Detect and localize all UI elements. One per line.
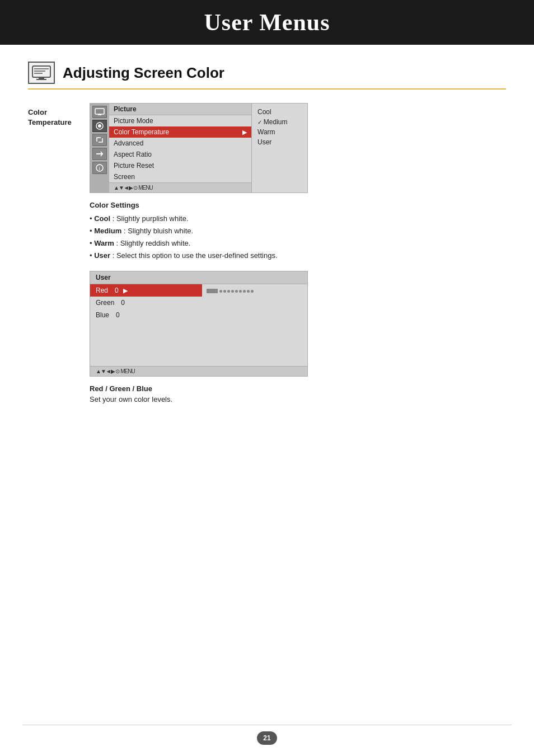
slider-dot-8: [247, 290, 250, 293]
section-icon: [28, 62, 55, 84]
user-label: User: [94, 251, 110, 260]
osd-icon-color: [92, 120, 107, 132]
section-heading: Adjusting Screen Color: [28, 62, 506, 84]
user-menu: User Red 0 ▶ Green 0: [90, 271, 308, 377]
svg-rect-0: [32, 66, 50, 77]
rgb-title: Red / Green / Blue: [90, 384, 506, 393]
page-number: 21: [257, 731, 277, 745]
user-green-value: 0: [121, 299, 125, 307]
section-title: Adjusting Screen Color: [63, 64, 224, 82]
user-menu-footer: ▲▼◄▶ ⊙ MENU: [90, 366, 307, 376]
osd-item-picture-reset: Picture Reset: [109, 160, 251, 171]
osd-header: Picture: [109, 104, 251, 115]
slider-filled: [207, 289, 218, 293]
slider-dot-5: [235, 290, 238, 293]
user-item-blue[interactable]: Blue 0: [90, 309, 202, 321]
svg-rect-2: [36, 79, 46, 80]
osd-submenu: Cool Medium Warm User: [251, 104, 307, 192]
submenu-user: User: [257, 137, 302, 147]
bottom-rule: [22, 725, 512, 725]
osd-icon-picture: [92, 106, 107, 118]
color-settings-description: Color Settings Cool : Slightly purplish …: [90, 201, 506, 262]
svg-text:i: i: [99, 166, 100, 171]
rgb-desc: Set your own color levels.: [90, 395, 506, 403]
user-menu-inner: Red 0 ▶ Green 0 Blue 0: [90, 284, 307, 366]
user-blue-value: 0: [116, 311, 120, 319]
osd-menu-inner: i Picture Picture Mode Color Temperature…: [90, 104, 307, 192]
user-item-green[interactable]: Green 0: [90, 297, 202, 309]
menu-col: i Picture Picture Mode Color Temperature…: [90, 103, 506, 403]
user-item-red[interactable]: Red 0 ▶: [90, 284, 202, 297]
monitor-icon: [31, 65, 51, 81]
osd-left-icons: i: [90, 104, 109, 192]
list-item-cool: Cool : Slightly purplish white.: [90, 213, 506, 225]
osd-icon-reset: [92, 148, 107, 160]
list-item-warm: Warm : Slightly reddish white.: [90, 237, 506, 250]
slider-visual: [207, 289, 254, 293]
slider-dot-4: [231, 290, 234, 293]
submenu-cool: Cool: [257, 107, 302, 117]
osd-arrow-color-temp: ▶: [242, 129, 247, 136]
list-item-user: User : Select this option to use the use…: [90, 250, 506, 262]
color-settings-title: Color Settings: [90, 201, 506, 209]
medium-label: Medium: [94, 227, 121, 235]
svg-point-9: [98, 124, 101, 128]
user-red-arrow: ▶: [123, 287, 128, 294]
user-desc: : Select this option to use the user-def…: [110, 251, 277, 260]
medium-desc: : Slightly bluish white.: [121, 227, 193, 235]
user-green-label: Green: [96, 299, 114, 307]
user-menu-items: Red 0 ▶ Green 0 Blue 0: [90, 284, 202, 366]
user-menu-spacer: [90, 321, 202, 366]
color-temperature-row: ColorTemperature: [28, 103, 506, 403]
user-blue-label: Blue: [96, 311, 109, 319]
svg-rect-7: [98, 114, 101, 115]
cool-desc: : Slightly purplish white.: [110, 214, 188, 223]
slider-dot-2: [223, 290, 226, 293]
osd-icon-info: i: [92, 162, 107, 174]
color-settings-list: Cool : Slightly purplish white. Medium :…: [90, 213, 506, 262]
slider-dots: [219, 290, 254, 293]
osd-icon-aspect: [92, 134, 107, 146]
user-red-value: 0: [115, 287, 119, 294]
osd-item-screen: Screen: [109, 171, 251, 182]
osd-menu: i Picture Picture Mode Color Temperature…: [90, 103, 308, 193]
list-item-medium: Medium : Slightly bluish white.: [90, 225, 506, 237]
rgb-section: Red / Green / Blue Set your own color le…: [90, 384, 506, 403]
slider-dot-7: [243, 290, 246, 293]
submenu-medium: Medium: [257, 117, 302, 127]
osd-item-advanced: Advanced: [109, 138, 251, 149]
page-title: User Menus: [204, 9, 330, 36]
slider-dot-1: [219, 290, 222, 293]
slider-dot-3: [227, 290, 230, 293]
osd-item-aspect-ratio: Aspect Ratio: [109, 149, 251, 160]
slider-dot-9: [251, 290, 254, 293]
user-menu-header: User: [90, 271, 307, 284]
svg-rect-1: [39, 77, 44, 79]
osd-menu-items: Picture Picture Mode Color Temperature ▶…: [109, 104, 251, 192]
section-divider: [28, 88, 506, 90]
warm-desc: : Slightly reddish white.: [114, 239, 191, 247]
user-red-label: Red: [96, 287, 108, 294]
osd-item-picture-mode: Picture Mode: [109, 115, 251, 126]
osd-footer: ▲▼◄▶ ⊙ MENU: [109, 182, 251, 192]
header-bar: User Menus: [0, 0, 534, 45]
color-temperature-label: ColorTemperature: [28, 103, 90, 403]
user-slider-area: [202, 284, 307, 366]
slider-dot-6: [239, 290, 242, 293]
cool-label: Cool: [94, 214, 110, 223]
nav-arrows: ▲▼◄▶ ⊙ MENU: [114, 185, 153, 191]
warm-label: Warm: [94, 239, 114, 247]
svg-rect-6: [95, 109, 104, 114]
main-content: Adjusting Screen Color ColorTemperature: [0, 45, 534, 448]
osd-item-color-temperature[interactable]: Color Temperature ▶: [109, 126, 251, 138]
user-nav-arrows: ▲▼◄▶ ⊙ MENU: [96, 368, 135, 374]
submenu-warm: Warm: [257, 127, 302, 137]
